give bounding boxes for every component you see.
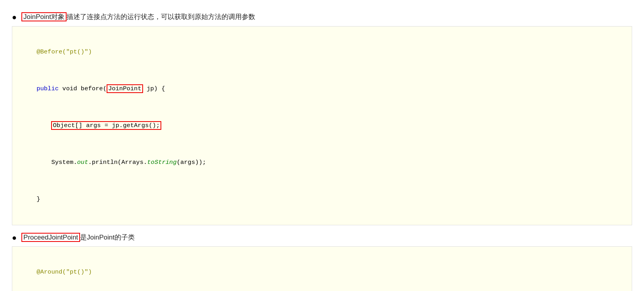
code1-annotation: @Before("pt()")	[22, 34, 622, 70]
bullet-1: ●	[12, 13, 17, 22]
section1-text: JoinPoint对象描述了连接点方法的运行状态，可以获取到原始方法的调用参数	[21, 12, 255, 22]
getargs-inline-box: Object[] args = jp.getArgs();	[51, 121, 161, 130]
proceedjointpoint-highlight: ProceedJointPoint	[21, 233, 80, 242]
section1-bullet-item: ● JoinPoint对象描述了连接点方法的运行状态，可以获取到原始方法的调用参…	[12, 12, 632, 22]
joinpoint-highlight-1: JoinPoint对象	[21, 12, 67, 21]
code-block-1: @Before("pt()") public void before(JoinP…	[12, 26, 632, 225]
section2-text: ProceedJointPoint是JoinPoint的子类	[21, 232, 135, 243]
code-block-2: @Around("pt()") public Object around(Pro…	[12, 246, 632, 291]
code1-line2: public void before(JoinPoint jp) {	[22, 70, 622, 107]
section2-bullet-item: ● ProceedJointPoint是JoinPoint的子类	[12, 232, 632, 243]
bullet-2: ●	[12, 233, 17, 242]
joinpoint-inline-box-1: JoinPoint	[107, 84, 143, 93]
code1-line3: Object[] args = jp.getArgs();	[22, 107, 622, 144]
code2-annotation: @Around("pt()")	[22, 254, 622, 291]
code1-line5: }	[22, 181, 622, 218]
code1-line4: System.out.println(Arrays.toString(args)…	[22, 144, 622, 181]
